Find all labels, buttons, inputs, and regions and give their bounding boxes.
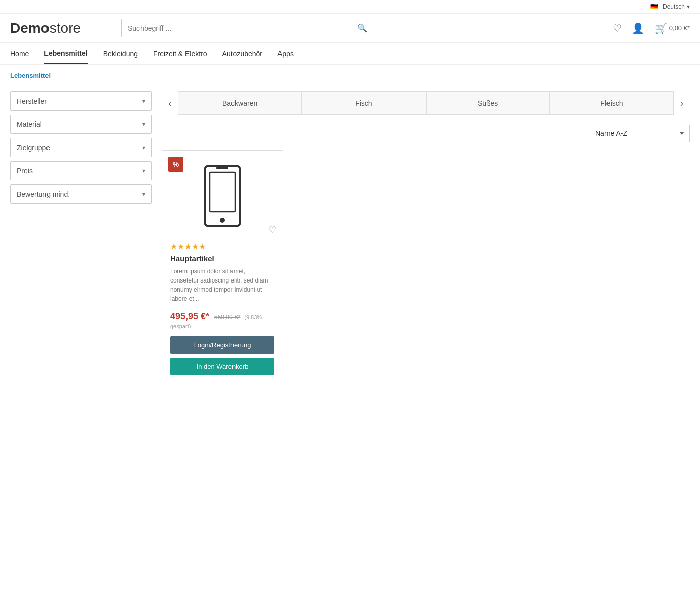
svg-point-3 [220, 218, 225, 223]
price-old: 550,00 €* [214, 314, 240, 321]
chevron-down-icon: ▾ [142, 191, 145, 198]
cart-icon[interactable]: 🛒 0,00 €* [655, 22, 690, 34]
wishlist-icon[interactable]: ♡ [613, 22, 622, 34]
cat-prev-arrow[interactable]: ‹ [162, 95, 178, 111]
search-input[interactable] [122, 20, 351, 36]
product-name: Hauptartikel [170, 254, 274, 263]
chevron-down-icon: ▾ [142, 144, 145, 151]
cart-amount: 0,00 €* [669, 24, 690, 32]
product-card: % ♡ ★★★★★ Hauptartikel Lorem ipsum dolor… [162, 150, 283, 384]
svg-rect-2 [216, 167, 228, 169]
product-price: 495,95 €* 550,00 €* (9,83% gespart) [170, 311, 274, 330]
filter-zielgruppe-label: Zielgruppe [17, 144, 50, 152]
chevron-down-icon: ▾ [142, 167, 145, 174]
sidebar: Hersteller ▾ Material ▾ Zielgruppe ▾ Pre… [10, 91, 152, 384]
category-tabs: ‹ Backwaren Fisch Süßes Fleisch › [162, 91, 690, 115]
filter-hersteller-label: Hersteller [17, 97, 47, 105]
product-info: ★★★★★ Hauptartikel Lorem ipsum dolor sit… [162, 242, 283, 384]
svg-rect-1 [210, 172, 235, 212]
logo-bold: Demo [10, 20, 50, 36]
filter-bewertung[interactable]: Bewertung mind. ▾ [10, 184, 152, 204]
breadcrumb: Lebensmittel [0, 65, 700, 86]
chevron-down-icon: ▾ [142, 121, 145, 128]
nav-item-apps[interactable]: Apps [277, 43, 294, 64]
header-icons: ♡ 👤 🛒 0,00 €* [613, 22, 690, 34]
product-stars: ★★★★★ [170, 242, 274, 251]
nav-item-home[interactable]: Home [10, 43, 29, 64]
filter-zielgruppe[interactable]: Zielgruppe ▾ [10, 138, 152, 157]
nav-item-bekleidung[interactable]: Bekleidung [103, 43, 138, 64]
top-bar: 🇩🇪 Deutsch ▾ [0, 0, 700, 14]
cat-tab-fleisch[interactable]: Fleisch [550, 91, 674, 115]
content-area: ‹ Backwaren Fisch Süßes Fleisch › Name A… [162, 91, 690, 384]
main-nav: Home Lebensmittel Bekleidung Freizeit & … [0, 43, 700, 65]
filter-material[interactable]: Material ▾ [10, 115, 152, 134]
chevron-down-icon: ▾ [687, 3, 690, 10]
filter-bewertung-label: Bewertung mind. [17, 190, 70, 198]
filter-preis[interactable]: Preis ▾ [10, 161, 152, 180]
cat-tab-backwaren[interactable]: Backwaren [178, 91, 302, 115]
logo[interactable]: Demostore [10, 20, 111, 36]
flag-icon: 🇩🇪 [650, 3, 658, 10]
filter-preis-label: Preis [17, 167, 33, 175]
cat-next-arrow[interactable]: › [674, 95, 690, 111]
search-button[interactable]: 🔍 [351, 19, 374, 37]
login-register-button[interactable]: Login/Registrierung [170, 336, 274, 354]
language-selector[interactable]: 🇩🇪 Deutsch ▾ [650, 3, 690, 10]
product-description: Lorem ipsum dolor sit amet, consetetur s… [170, 267, 274, 303]
account-icon[interactable]: 👤 [632, 22, 644, 34]
product-image [202, 163, 243, 229]
nav-item-lebensmittel[interactable]: Lebensmittel [44, 43, 87, 64]
nav-item-autozubehor[interactable]: Autozubehör [222, 43, 262, 64]
breadcrumb-link[interactable]: Lebensmittel [10, 72, 51, 79]
sort-select[interactable]: Name A-Z Name Z-A Preis aufsteigend Prei… [589, 125, 690, 142]
header: Demostore 🔍 ♡ 👤 🛒 0,00 €* [0, 14, 700, 43]
cat-tab-suses[interactable]: Süßes [426, 91, 550, 115]
search-bar: 🔍 [121, 19, 374, 37]
sort-row: Name A-Z Name Z-A Preis aufsteigend Prei… [162, 125, 690, 142]
language-label: Deutsch [663, 3, 685, 10]
main-content: Hersteller ▾ Material ▾ Zielgruppe ▾ Pre… [0, 86, 700, 389]
price-current: 495,95 €* [170, 311, 209, 321]
filter-hersteller[interactable]: Hersteller ▾ [10, 91, 152, 111]
add-to-cart-button[interactable]: In den Warenkorb [170, 358, 274, 375]
logo-regular: store [50, 20, 81, 36]
product-badge: % [168, 157, 183, 172]
nav-item-freizeit[interactable]: Freizeit & Elektro [153, 43, 207, 64]
filter-material-label: Material [17, 120, 42, 128]
cat-tab-fisch[interactable]: Fisch [302, 91, 426, 115]
chevron-down-icon: ▾ [142, 98, 145, 105]
products-grid: % ♡ ★★★★★ Hauptartikel Lorem ipsum dolor… [162, 150, 690, 384]
product-wishlist-button[interactable]: ♡ [268, 224, 276, 236]
